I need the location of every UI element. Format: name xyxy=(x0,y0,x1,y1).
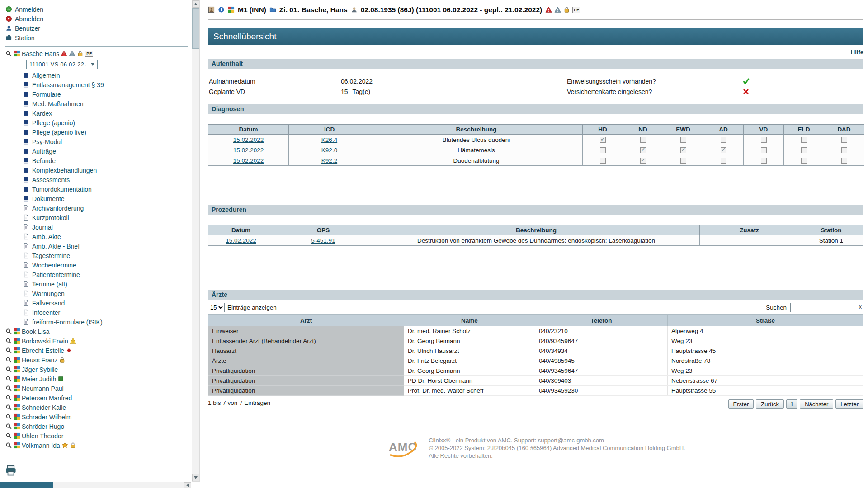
patient-name[interactable]: Book Lisa xyxy=(22,328,49,335)
pagination-zurück[interactable]: Zurück xyxy=(756,399,784,409)
tree-item-amb-akte[interactable]: Amb. Akte xyxy=(5,232,189,241)
diagnose-datum-link[interactable]: 15.02.2022 xyxy=(233,157,264,164)
patient-item-heuss-franz[interactable]: Heuss Franz xyxy=(5,355,189,365)
tree-item-warnungen[interactable]: Warnungen xyxy=(5,289,189,298)
tree-item-psy-modul[interactable]: Psy-Modul xyxy=(5,137,189,146)
tree-item-label[interactable]: Tumordokumentation xyxy=(32,186,92,193)
tree-item-label[interactable]: Amb. Akte - Brief xyxy=(32,243,80,250)
patient-name[interactable]: Schröder Hugo xyxy=(22,423,64,430)
tree-item-termine-alt[interactable]: Termine (alt) xyxy=(5,279,189,289)
pagination-nächster[interactable]: Nächster xyxy=(800,399,833,409)
sidebar-item-abmelden[interactable]: Abmelden xyxy=(5,14,189,23)
patient-item-neumann-paul[interactable]: Neumann Paul xyxy=(5,384,189,393)
tree-item-pflege-apenio[interactable]: Pflege (apenio) xyxy=(5,118,189,127)
patient-name[interactable]: Jäger Sybille xyxy=(22,366,58,373)
patient-name[interactable]: Neumann Paul xyxy=(22,385,64,392)
tree-item-label[interactable]: Komplexbehandlungen xyxy=(32,167,97,174)
patient-item-ebrecht-estelle[interactable]: Ebrecht Estelle xyxy=(5,346,189,355)
patient-item-volkmann-ida[interactable]: Volkmann Ida xyxy=(5,441,189,450)
aerzte-header-name[interactable]: Name xyxy=(404,315,535,326)
tree-item-pflege-apenio-live[interactable]: Pflege (apenio live) xyxy=(5,127,189,137)
patient-name[interactable]: Ebrecht Estelle xyxy=(22,347,64,354)
diagnose-icd-link[interactable]: K92.0 xyxy=(321,147,337,154)
patient-name[interactable]: Volkmann Ida xyxy=(22,442,60,449)
sidebar-item-anmelden[interactable]: Anmelden xyxy=(5,5,189,14)
pagination-letzter[interactable]: Letzter xyxy=(835,399,863,409)
sidebar-vertical-scrollbar[interactable] xyxy=(192,0,200,482)
patient-item-schrader-wilhelm[interactable]: Schrader Wilhelm xyxy=(5,412,189,422)
patient-name[interactable]: Heuss Franz xyxy=(22,357,57,364)
aerzte-header-telefon[interactable]: Telefon xyxy=(535,315,668,326)
tree-item-patiententermine[interactable]: Patiententermine xyxy=(5,270,189,279)
sidebar-item-label[interactable]: Benutzer xyxy=(15,25,40,32)
search-input[interactable] xyxy=(791,303,863,312)
tree-item-label[interactable]: Befunde xyxy=(32,157,56,164)
patient-item-uhlen-theodor[interactable]: Uhlen Theodor xyxy=(5,431,189,441)
tree-item-label[interactable]: freiform-Formulare (ISIK) xyxy=(32,319,103,326)
tree-item-label[interactable]: Infocenter xyxy=(32,309,60,316)
scroll-down-arrow-icon[interactable] xyxy=(192,474,199,481)
tree-item-amb-akte-brief[interactable]: Amb. Akte - Brief xyxy=(5,241,189,251)
tree-item-assessments[interactable]: Assessments xyxy=(5,175,189,184)
tree-item-komplexbehandlungen[interactable]: Komplexbehandlungen xyxy=(5,165,189,175)
tree-item-aufträge[interactable]: Aufträge xyxy=(5,146,189,156)
tree-item-befunde[interactable]: Befunde xyxy=(5,156,189,165)
search-clear-button[interactable]: x xyxy=(859,304,862,310)
tree-item-tumordokumentation[interactable]: Tumordokumentation xyxy=(5,184,189,194)
tree-item-journal[interactable]: Journal xyxy=(5,222,189,232)
sidebar-item-label[interactable]: Anmelden xyxy=(15,6,43,13)
patient-item-petersen-manfred[interactable]: Petersen Manfred xyxy=(5,393,189,403)
tree-item-label[interactable]: Kurzprotokoll xyxy=(32,214,69,221)
sidebar-item-label[interactable]: Station xyxy=(15,34,35,42)
scroll-up-arrow-icon[interactable] xyxy=(192,0,199,8)
sidebar-current-patient[interactable]: Basche HansPE xyxy=(5,49,189,58)
tree-item-kardex[interactable]: Kardex xyxy=(5,108,189,118)
prozedur-datum-link[interactable]: 15.02.2022 xyxy=(226,237,256,244)
tree-item-label[interactable]: Journal xyxy=(32,224,53,231)
horizontal-scroll-thumb[interactable] xyxy=(0,482,53,488)
patient-name[interactable]: Schrader Wilhelm xyxy=(22,413,71,421)
tree-item-label[interactable]: Fallversand xyxy=(32,300,65,307)
patient-item-jäger-sybille[interactable]: Jäger Sybille xyxy=(5,365,189,374)
tree-item-label[interactable]: Psy-Modul xyxy=(32,138,62,145)
patient-name[interactable]: Petersen Manfred xyxy=(22,394,72,402)
current-patient-name[interactable]: Basche Hans xyxy=(22,50,59,57)
pagination-erster[interactable]: Erster xyxy=(728,399,754,409)
patient-item-borkowski-erwin[interactable]: Borkowski Erwin xyxy=(5,336,189,346)
sidebar-item-benutzer[interactable]: Benutzer xyxy=(5,23,189,33)
patient-name[interactable]: Schneider Kalle xyxy=(22,404,66,411)
tree-item-label[interactable]: Pflege (apenio) xyxy=(32,119,75,127)
tree-item-label[interactable]: Med. Maßnahmen xyxy=(32,100,84,108)
tree-item-label[interactable]: Assessments xyxy=(32,176,70,183)
tree-item-label[interactable]: Kardex xyxy=(32,110,52,117)
tree-item-kurzprotokoll[interactable]: Kurzprotokoll xyxy=(5,213,189,222)
patient-item-schröder-hugo[interactable]: Schröder Hugo xyxy=(5,422,189,431)
diagnose-datum-link[interactable]: 15.02.2022 xyxy=(233,147,264,154)
entries-per-page-select[interactable]: 15 xyxy=(208,303,225,312)
prozedur-ops-link[interactable]: 5-451.91 xyxy=(311,237,335,244)
sidebar-horizontal-scrollbar[interactable] xyxy=(0,482,191,488)
tree-item-label[interactable]: Aufträge xyxy=(32,148,56,155)
diagnose-icd-link[interactable]: K92.2 xyxy=(321,157,337,164)
tree-item-infocenter[interactable]: Infocenter xyxy=(5,308,189,317)
tree-item-label[interactable]: Wochentermine xyxy=(32,262,76,269)
tree-item-archivanforderung[interactable]: Archivanforderung xyxy=(5,203,189,213)
tree-item-dokumente[interactable]: Dokumente xyxy=(5,194,189,203)
patient-item-meier-judith[interactable]: Meier Judith xyxy=(5,374,189,384)
tree-item-allgemein[interactable]: Allgemein xyxy=(5,70,189,80)
tree-item-entlassmanagement-39[interactable]: Entlassmanagement § 39 xyxy=(5,80,189,89)
patient-name[interactable]: Meier Judith xyxy=(22,375,56,383)
patient-item-schneider-kalle[interactable]: Schneider Kalle xyxy=(5,403,189,412)
tree-item-label[interactable]: Pflege (apenio live) xyxy=(32,129,86,136)
aerzte-header-arzt[interactable]: Arzt xyxy=(208,315,404,326)
aerzte-header-straße[interactable]: Straße xyxy=(668,315,863,326)
tree-item-label[interactable]: Archivanforderung xyxy=(32,205,84,212)
help-link[interactable]: Hilfe xyxy=(851,49,863,56)
tree-item-wochentermine[interactable]: Wochentermine xyxy=(5,260,189,270)
tree-item-tagestermine[interactable]: Tagestermine xyxy=(5,251,189,260)
tree-item-label[interactable]: Entlassmanagement § 39 xyxy=(32,81,104,89)
tree-item-label[interactable]: Termine (alt) xyxy=(32,281,67,288)
tree-item-med-maßnahmen[interactable]: Med. Maßnahmen xyxy=(5,99,189,108)
case-select[interactable]: 111001 VS 06.02.22- xyxy=(26,60,98,69)
tree-item-label[interactable]: Formulare xyxy=(32,91,61,98)
